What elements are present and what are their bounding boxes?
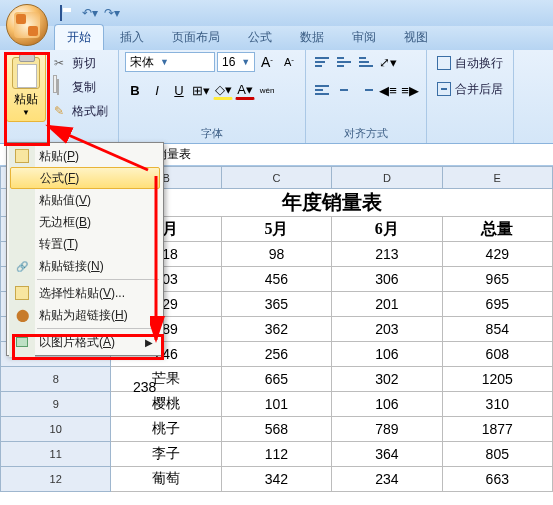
tab-data[interactable]: 数据 [288, 25, 336, 50]
menu-transpose[interactable]: 转置(T) [9, 233, 161, 255]
font-family-combo[interactable]: 宋体 ▼ [125, 52, 215, 72]
cell[interactable]: 608 [442, 342, 552, 367]
shrink-font-button[interactable]: Aˇ [279, 52, 299, 72]
align-middle-button[interactable] [334, 52, 354, 72]
save-icon[interactable] [60, 6, 74, 20]
ribbon-group-clipboard: 粘贴 ▼ ✂ 剪切 复制 ✎ 格式刷 [0, 50, 119, 143]
align-right-button[interactable] [356, 80, 376, 100]
cell[interactable]: 365 [221, 292, 331, 317]
cell-title[interactable]: 年度销量表 [111, 189, 553, 217]
wrap-text-button[interactable]: 自动换行 [433, 52, 507, 74]
menu-as-hyperlink[interactable]: ⬤ 粘贴为超链接(H) [9, 304, 161, 326]
cell[interactable]: 201 [332, 292, 442, 317]
cell[interactable]: 805 [442, 442, 552, 467]
cell[interactable]: 桃子 [111, 417, 221, 442]
menu-as-picture[interactable]: 以图片格式(A) ▶ [9, 331, 161, 353]
cell[interactable]: 302 [332, 367, 442, 392]
cell[interactable]: 106 [332, 392, 442, 417]
cell[interactable]: 362 [221, 317, 331, 342]
cell[interactable]: 306 [332, 267, 442, 292]
merge-center-button[interactable]: 合并后居 [433, 78, 507, 100]
cell[interactable]: 112 [221, 442, 331, 467]
cell[interactable]: 101 [221, 392, 331, 417]
paste-dropdown-menu: 粘贴(P) 公式(F) 粘贴值(V) 无边框(B) 转置(T) 🔗 粘贴链接(N… [6, 142, 164, 356]
cell[interactable]: 98 [221, 242, 331, 267]
cell[interactable]: 429 [442, 242, 552, 267]
italic-button[interactable]: I [147, 80, 167, 100]
cell[interactable]: 256 [221, 342, 331, 367]
tab-layout[interactable]: 页面布局 [160, 25, 232, 50]
tab-formula[interactable]: 公式 [236, 25, 284, 50]
cell[interactable]: 5月 [221, 217, 331, 242]
orientation-button[interactable]: ⤢▾ [378, 52, 398, 72]
row-header-10[interactable]: 10 [1, 417, 111, 442]
align-top-button[interactable] [312, 52, 332, 72]
bold-button[interactable]: B [125, 80, 145, 100]
cell[interactable]: 854 [442, 317, 552, 342]
row-header-12[interactable]: 12 [1, 467, 111, 492]
row-header-9[interactable]: 9 [1, 392, 111, 417]
underline-button[interactable]: U [169, 80, 189, 100]
cell[interactable]: 342 [221, 467, 331, 492]
col-header-e[interactable]: E [442, 167, 552, 189]
cell[interactable]: 789 [332, 417, 442, 442]
row-header-11[interactable]: 11 [1, 442, 111, 467]
font-size-combo[interactable]: 16 ▼ [217, 52, 255, 72]
cell[interactable]: 310 [442, 392, 552, 417]
menu-formulas[interactable]: 公式(F) [10, 167, 160, 189]
copy-label: 复制 [72, 79, 96, 96]
paste-button[interactable]: 粘贴 ▼ [6, 52, 46, 122]
col-header-c[interactable]: C [221, 167, 331, 189]
menu-no-border[interactable]: 无边框(B) [9, 211, 161, 233]
cell[interactable]: 总量 [442, 217, 552, 242]
tab-review[interactable]: 审阅 [340, 25, 388, 50]
cell[interactable]: 6月 [332, 217, 442, 242]
cell[interactable]: 695 [442, 292, 552, 317]
phonetic-button[interactable]: wén [257, 80, 277, 100]
font-group-label: 字体 [125, 125, 299, 143]
menu-paste[interactable]: 粘贴(P) [9, 145, 161, 167]
col-header-d[interactable]: D [332, 167, 442, 189]
menu-paste-values[interactable]: 粘贴值(V) [9, 189, 161, 211]
cell[interactable]: 李子 [111, 442, 221, 467]
increase-indent-button[interactable]: ≡▶ [400, 80, 420, 100]
office-button[interactable] [6, 4, 48, 46]
align-center-button[interactable] [334, 80, 354, 100]
cell[interactable]: 芒果 [111, 367, 221, 392]
cell[interactable]: 665 [221, 367, 331, 392]
cell[interactable]: 1877 [442, 417, 552, 442]
cell[interactable]: 234 [332, 467, 442, 492]
paste-icon [12, 57, 40, 89]
copy-button[interactable]: 复制 [50, 76, 112, 98]
row-header-8[interactable]: 8 [1, 367, 111, 392]
cell[interactable]: 568 [221, 417, 331, 442]
align-left-button[interactable] [312, 80, 332, 100]
tab-home[interactable]: 开始 [54, 24, 104, 50]
cell[interactable]: 456 [221, 267, 331, 292]
undo-icon[interactable]: ↶▾ [82, 6, 96, 20]
align-bottom-button[interactable] [356, 52, 376, 72]
cell[interactable]: 樱桃 [111, 392, 221, 417]
tab-view[interactable]: 视图 [392, 25, 440, 50]
cell[interactable]: 965 [442, 267, 552, 292]
redo-icon[interactable]: ↷▾ [104, 6, 118, 20]
chevron-down-icon: ▼ [241, 57, 250, 67]
grow-font-button[interactable]: Aˆ [257, 52, 277, 72]
border-button[interactable]: ⊞▾ [191, 80, 211, 100]
formula-input[interactable]: 年度销量表 [125, 146, 553, 163]
cell[interactable]: 203 [332, 317, 442, 342]
fill-color-button[interactable]: ◇▾ [213, 80, 233, 100]
cell[interactable]: 213 [332, 242, 442, 267]
cell[interactable]: 葡萄 [111, 467, 221, 492]
decrease-indent-button[interactable]: ◀≡ [378, 80, 398, 100]
font-color-button[interactable]: A▾ [235, 80, 255, 100]
cut-button[interactable]: ✂ 剪切 [50, 52, 112, 74]
cell[interactable]: 1205 [442, 367, 552, 392]
menu-paste-special[interactable]: 选择性粘贴(V)... [9, 282, 161, 304]
tab-insert[interactable]: 插入 [108, 25, 156, 50]
menu-paste-link[interactable]: 🔗 粘贴链接(N) [9, 255, 161, 277]
cell[interactable]: 106 [332, 342, 442, 367]
format-painter-button[interactable]: ✎ 格式刷 [50, 100, 112, 122]
cell[interactable]: 364 [332, 442, 442, 467]
cell[interactable]: 663 [442, 467, 552, 492]
